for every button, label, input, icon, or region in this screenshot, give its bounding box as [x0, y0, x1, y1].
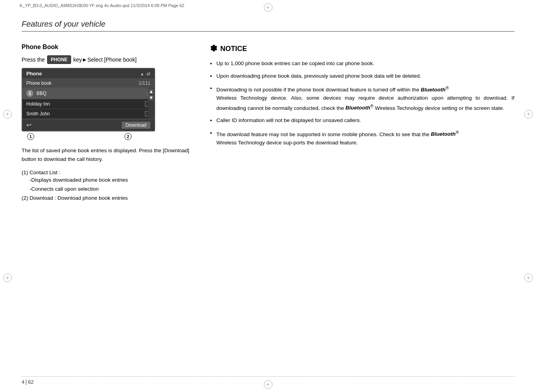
- crosshair-right-bottom: [524, 273, 533, 282]
- notice-bullet-3: Downloading is not possible if the phone…: [210, 84, 514, 112]
- notice-star-icon: ✽: [210, 44, 217, 54]
- phone-header: Phone ▴ ⇄: [22, 69, 154, 79]
- phone-key-button: PHONE: [47, 55, 71, 64]
- scroll-up-arrow[interactable]: ▲: [148, 89, 154, 94]
- annotations: 1 2: [27, 133, 194, 140]
- back-button[interactable]: ↩: [26, 121, 31, 129]
- list-item-1-sub2: -Connects call upon selection: [29, 186, 194, 192]
- footer-separator: [26, 379, 26, 385]
- phone-header-title: Phone: [26, 71, 42, 77]
- phone-ui-mockup: Phone ▴ ⇄ Phone book 1/111 1 BBQ: [22, 68, 155, 131]
- phone-submenu-count: 1/111: [139, 80, 150, 86]
- list-item-1-num: (1) Contact List :: [22, 170, 60, 175]
- list-item-1-sub1: -Displays downloaded phone book entries: [29, 177, 194, 183]
- notice-bullet-4: Caller ID information will not be displa…: [210, 116, 514, 125]
- page-content: Features of your vehicle Phone Book Pres…: [22, 20, 514, 370]
- phone-footer: ↩ Download: [22, 119, 154, 131]
- scroll-down-arrow[interactable]: ▼: [148, 95, 154, 100]
- annotation-2: 2: [124, 133, 132, 140]
- phone-row-bbq[interactable]: 1 BBQ ⌂: [22, 88, 154, 99]
- notice-header: ✽ NOTICE: [210, 44, 514, 54]
- press-label: Press the: [22, 57, 45, 63]
- row-name-holiday: Holiday Inn: [26, 101, 143, 107]
- row-name-smith: Smith John: [26, 111, 143, 117]
- description-text: The list of saved phone book entries is …: [22, 146, 194, 163]
- key-select-label: key►Select [Phone book]: [73, 57, 137, 63]
- phone-scrollbar[interactable]: ▲ ▼: [148, 88, 154, 119]
- notice-bullets-list: Up to 1,000 phone book entries can be co…: [210, 59, 514, 147]
- phone-row-smith[interactable]: Smith John: [22, 109, 154, 119]
- phone-header-icons: ▴ ⇄: [141, 71, 150, 77]
- list-item-1-main: (1) Contact List :: [22, 170, 194, 175]
- right-column: ✽ NOTICE Up to 1,000 phone book entries …: [210, 44, 514, 202]
- left-column: Phone Book Press the PHONE key►Select [P…: [22, 44, 194, 202]
- notice-bullet-5: The download feature may not be supporte…: [210, 129, 514, 147]
- top-bar: K_YP_B3.0_AUDIO_A9MS2H3E00:YF eng 4c-Aud…: [20, 3, 516, 8]
- download-button[interactable]: Download: [122, 122, 150, 129]
- footer-chapter: 4: [22, 379, 24, 385]
- notice-title: NOTICE: [220, 45, 247, 53]
- annotation-1: 1: [27, 133, 34, 140]
- row-name-bbq: BBQ: [37, 91, 145, 96]
- two-column-layout: Phone Book Press the PHONE key►Select [P…: [22, 44, 514, 202]
- phonebook-list-section: (1) Contact List : -Displays downloaded …: [22, 170, 194, 201]
- section-title: Features of your vehicle: [22, 20, 105, 28]
- phone-rows-wrapper: 1 BBQ ⌂ Holiday Inn Smith John: [22, 88, 154, 119]
- list-item-2-num: (2) Download : Download phone book entri…: [22, 195, 128, 201]
- press-line: Press the PHONE key►Select [Phone book]: [22, 55, 194, 64]
- crosshair-left-bottom: [3, 273, 12, 282]
- filepath-label: K_YP_B3.0_AUDIO_A9MS2H3E00:YF eng 4c-Aud…: [20, 3, 185, 8]
- page-footer: 4 62: [22, 376, 514, 385]
- notice-bullet-1: Up to 1,000 phone book entries can be co…: [210, 59, 514, 68]
- phone-submenu-row: Phone book 1/111: [22, 79, 154, 88]
- footer-divider: [22, 376, 514, 377]
- phonebook-title: Phone Book: [22, 44, 194, 51]
- row-num-1: 1: [26, 90, 33, 97]
- crosshair-left-top: [3, 110, 12, 119]
- list-item-2-main: (2) Download : Download phone book entri…: [22, 195, 194, 201]
- footer-number: 4 62: [22, 379, 514, 385]
- footer-page: 62: [28, 379, 33, 385]
- sync-icon: ⇄: [146, 71, 150, 77]
- bluetooth-icon: ▴: [141, 71, 143, 77]
- crosshair-right-top: [524, 110, 533, 119]
- phone-row-holiday[interactable]: Holiday Inn: [22, 99, 154, 109]
- notice-bullet-2: Upon downloading phone book data, previo…: [210, 72, 514, 80]
- phone-submenu-label: Phone book: [26, 80, 51, 86]
- section-header: Features of your vehicle: [22, 20, 514, 32]
